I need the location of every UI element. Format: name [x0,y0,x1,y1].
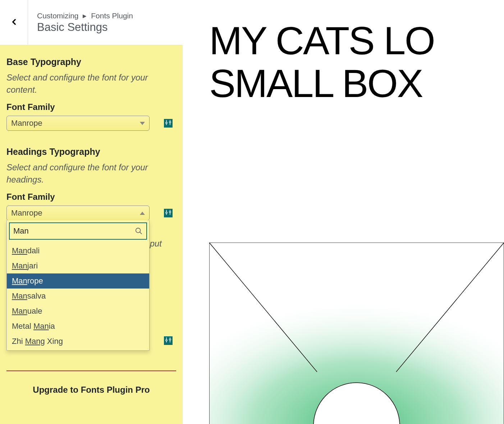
headings-typography-heading: Headings Typography [6,147,176,157]
chevron-down-icon [140,122,145,125]
sliders-icon [165,209,171,217]
font-dropdown-panel: MandaliManjariManropeMansalvaManualeMeta… [6,220,150,351]
page-title: Basic Settings [37,21,174,34]
font-option[interactable]: Mandali [7,243,149,258]
breadcrumb-separator-icon: ▸ [83,11,87,20]
breadcrumb-section: Fonts Plugin [91,11,133,20]
font-search-input[interactable] [9,222,147,240]
headings-typography-desc: Select and configure the font for your h… [6,161,176,185]
base-typography-desc: Select and configure the font for your c… [6,72,176,96]
font-option[interactable]: Manuale [7,304,149,319]
select-value: Manrope [11,208,42,218]
upgrade-link[interactable]: Upgrade to Fonts Plugin Pro [6,370,176,395]
font-option[interactable]: Manrope [7,273,149,289]
headings-font-family-label: Font Family [6,192,176,202]
customizer-header: Customizing ▸ Fonts Plugin Basic Setting… [0,0,183,45]
font-option-list: MandaliManjariManropeMansalvaManualeMeta… [7,242,149,350]
chevron-up-icon [140,212,145,215]
back-button[interactable] [0,0,28,45]
base-font-family-select[interactable]: Manrope [6,116,150,131]
base-font-family-label: Font Family [6,102,176,112]
font-option[interactable]: Mansalva [7,289,149,304]
breadcrumb-root: Customizing [37,11,79,20]
font-option[interactable]: Zhi Mang Xing [7,334,149,349]
preview-heading: MY CATS LO SMALL BOX [209,19,504,105]
base-font-settings-button[interactable] [164,119,173,128]
font-option[interactable]: Metal Mania [7,319,149,334]
site-preview: MY CATS LO SMALL BOX [183,0,504,424]
envelope-illustration [209,243,504,424]
input-font-settings-button[interactable] [164,336,173,345]
sliders-icon [165,337,171,344]
customizer-sidebar: Customizing ▸ Fonts Plugin Basic Setting… [0,0,183,424]
settings-panel: Base Typography Select and configure the… [0,45,183,424]
chevron-left-icon [9,17,19,28]
headings-font-family-select[interactable]: Manrope [6,206,150,221]
headings-font-settings-button[interactable] [164,209,173,217]
font-option[interactable]: Manjari [7,258,149,273]
breadcrumb: Customizing ▸ Fonts Plugin [37,11,174,20]
select-value: Manrope [11,119,42,128]
base-typography-heading: Base Typography [6,57,176,67]
sliders-icon [165,120,171,127]
